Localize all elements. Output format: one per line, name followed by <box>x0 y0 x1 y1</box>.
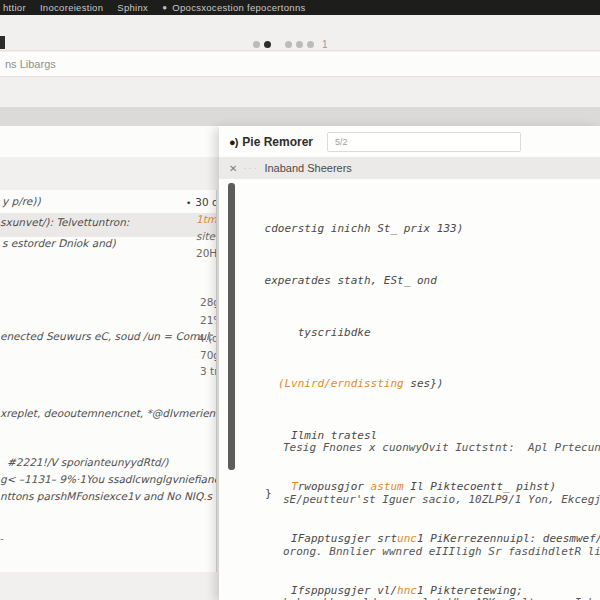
code-line: (Lvnird/erndissting ses}) <box>258 375 600 392</box>
toolbar: 1 <box>0 15 600 51</box>
left-edge-tab <box>0 36 5 49</box>
doc-text-line: s estorder Dniok and) <box>2 237 116 249</box>
titlebar: ns Libargs <box>0 52 600 77</box>
side-value: 3 tn <box>200 365 217 377</box>
menu-item-2[interactable]: Inocoreiestion <box>40 2 103 13</box>
paragraph-line: Tesig Fnones x cuonwyOvit Iuctstnt: Apl … <box>283 439 600 456</box>
pager-dot-4[interactable] <box>296 41 303 48</box>
menu-item-right[interactable]: ● Opocsxocestion fepocertonns <box>162 2 305 13</box>
paragraph-line: bobxgskk, gald curowelst WhanARK, Sulten… <box>283 594 600 600</box>
menu-item-right-label: Opocsxocestion fepocertonns <box>172 2 305 13</box>
code-comment-paragraph: Tesig Fnones x cuonwyOvit Iuctstnt: Apl … <box>283 405 600 600</box>
pager-dot-1[interactable] <box>253 41 260 48</box>
ellipsis-icon: ··· <box>243 163 258 173</box>
list-bullet-icon: • <box>186 198 191 208</box>
closing-brace: } <box>265 487 272 500</box>
code-overlay-panel: ●) Pie Remorer ✕ ··· Inaband Sheerers cd… <box>219 126 600 600</box>
menu-item-3[interactable]: Sphinx <box>117 2 148 13</box>
side-value: 4.(d <box>198 332 217 344</box>
doc-text-line: sxunvet/): Telvettuntron: <box>0 216 129 228</box>
side-value: 20H <box>196 247 217 259</box>
left-document-card: y p/re)) sxunvet/): Telvettuntron: s est… <box>0 190 217 572</box>
side-value: 1tm <box>196 213 217 225</box>
side-value: 28g <box>200 296 217 308</box>
doc-text-line: y p/re)) <box>2 195 41 207</box>
play-circle-icon: ●) <box>229 136 237 148</box>
doc-text-line: g< –1131– 9%·1You ssadlcwnglgvniefianeso <box>0 473 217 485</box>
doc-text-line: - <box>0 532 4 544</box>
panel-header: ●) Pie Remorer <box>219 126 600 157</box>
code-line: experatdes stath, ESt_ ond <box>258 272 600 289</box>
panel-search-input[interactable] <box>327 132 521 152</box>
subheader-label: Inaband Sheerers <box>264 162 351 174</box>
pager-dot-5[interactable] <box>307 41 314 48</box>
vertical-scrollbar[interactable] <box>228 183 235 470</box>
dark-band <box>0 107 600 126</box>
panel-title: Pie Remorer <box>242 135 313 149</box>
pager-dot-3[interactable] <box>285 41 292 48</box>
side-value: 21% <box>200 314 217 326</box>
side-value-text: 30 d <box>195 196 217 208</box>
doc-text-line: #2221!/V sporianteunyydRtd/) <box>7 456 168 468</box>
code-line: tyscriibdke <box>258 324 600 341</box>
doc-text-line: xreplet, deooutemnencnet, *@dIvmeriendin… <box>0 407 217 419</box>
code-line: cdoerstig inichh St_ prix 133) <box>258 220 600 237</box>
bullet-icon: ● <box>162 3 167 12</box>
doc-text-line: enected Seuwurs eC, soud /un = Comul; <box>0 330 213 342</box>
doc-text-line: nttons parshMFonsiexce1v and No NIQ.s In <box>0 490 217 502</box>
menu-item-1[interactable]: httior <box>3 2 26 13</box>
code-area: cdoerstig inichh St_ prix 133) experatde… <box>219 179 600 600</box>
panel-subheader-tab[interactable]: ✕ ··· Inaband Sheerers <box>219 157 600 179</box>
side-value: 70g <box>200 349 217 361</box>
paragraph-line: sE/peutteur'st Iguer sacio, 10ZLP9/1 Yon… <box>283 491 600 508</box>
side-value: site <box>196 230 215 242</box>
menubar: httior Inocoreiestion Sphinx ● Opocsxoce… <box>0 0 600 15</box>
pager-dot-2-active[interactable] <box>264 41 271 48</box>
titlebar-label: ns Libargs <box>5 58 56 70</box>
close-icon[interactable]: ✕ <box>229 163 237 174</box>
page-number: 1 <box>322 39 328 50</box>
dot-pager: 1 <box>253 39 328 50</box>
side-value-bulleted: •30 d <box>186 196 217 208</box>
paragraph-line: orong. Bnnlier wwnred eIIIligh Sr fasdih… <box>283 543 600 560</box>
